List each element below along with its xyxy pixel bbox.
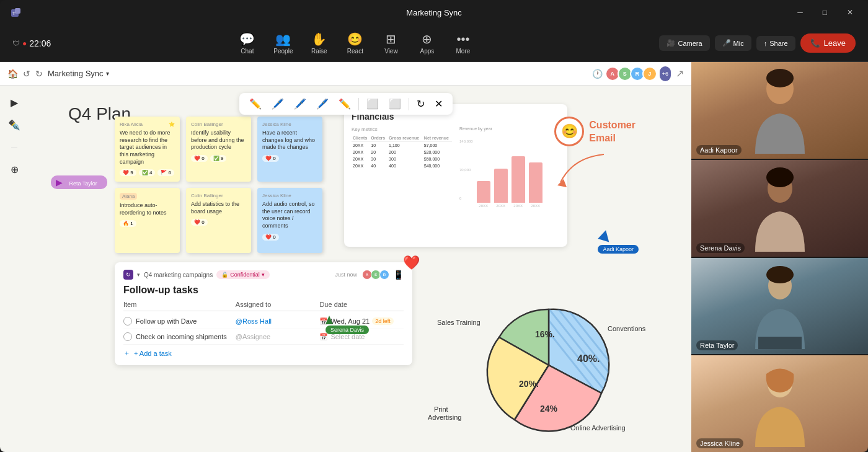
eraser2-tool[interactable]: ⬜ xyxy=(386,97,404,111)
apps-button[interactable]: ⊕ Apps xyxy=(412,29,443,57)
people-icon: 👥 xyxy=(275,32,291,47)
reaction-4: 🔥 1 xyxy=(120,220,136,227)
refresh-icon[interactable]: ↻ xyxy=(414,97,427,111)
yellow-pen-tool[interactable]: ✏️ xyxy=(336,97,353,111)
card-avatar-3: R xyxy=(379,270,389,280)
view-button[interactable]: ⊞ View xyxy=(376,29,407,57)
aadi-cursor: Aadi Kapoor xyxy=(598,231,639,254)
people-button[interactable]: 👥 People xyxy=(268,29,299,57)
due-badge-1: 2d left xyxy=(372,317,394,325)
title-bar-controls: ─ □ ✕ xyxy=(792,6,858,19)
pen-tool[interactable]: 🖊️ xyxy=(269,97,286,111)
undo-icon[interactable]: ↺ xyxy=(23,69,30,79)
select-tool[interactable]: ▶ xyxy=(5,93,24,112)
view-icon: ⊞ xyxy=(386,32,396,47)
close-drawing-toolbar-icon[interactable]: ✕ xyxy=(432,97,445,111)
annotation-arrow-svg xyxy=(554,151,616,188)
video-tile-jessica: Jessica Kline xyxy=(691,355,868,452)
add-tool[interactable]: ⊕ xyxy=(5,160,24,179)
task-checkbox-2[interactable] xyxy=(123,332,132,341)
share-button[interactable]: ↑ Share xyxy=(756,36,795,51)
customer-email-annotation: 😊 CustomerEmail xyxy=(554,117,636,191)
reaction-2: ❤️ 0 xyxy=(191,155,208,162)
react-button[interactable]: 😊 React xyxy=(340,29,371,57)
chart-y-axis: 140,000 70,000 0 xyxy=(459,140,474,208)
reta-video-bg xyxy=(691,258,868,355)
svg-text:T: T xyxy=(12,11,16,16)
pencil-tool[interactable]: ✏️ xyxy=(247,97,264,111)
svg-text:Online Advertising: Online Advertising xyxy=(570,424,626,432)
drawing-toolbar: ✏️ 🖊️ 🖊️ 🖊️ ✏️ ⬜ ⬜ ↻ ✕ xyxy=(239,93,453,115)
col-item-header: Item xyxy=(123,301,236,308)
sticky-note-2: Colin Ballinger Identify usability befor… xyxy=(186,117,251,182)
aadi-cursor-label: Aadi Kapoor xyxy=(598,245,639,254)
note-body-1: We need to do more research to find the … xyxy=(120,130,175,166)
customer-email-text: CustomerEmail xyxy=(589,119,636,145)
bar-1 xyxy=(477,181,490,203)
serena-cursor: Serena Davis xyxy=(326,316,369,334)
annotation-arrow-container xyxy=(554,151,636,191)
leave-button[interactable]: 📞 Leave xyxy=(800,33,856,53)
aadi-silhouette xyxy=(749,67,811,154)
raise-button[interactable]: ✋ Raise xyxy=(304,29,335,57)
reta-silhouette xyxy=(749,262,811,349)
share-whiteboard-icon[interactable]: ↗ xyxy=(676,68,684,79)
home-icon[interactable]: 🏠 xyxy=(7,69,18,79)
svg-text:Conventions: Conventions xyxy=(608,325,646,332)
main-content: 🏠 ↺ ↻ Marketing Sync ▾ 🕐 A S R J +6 xyxy=(0,62,868,452)
maximize-button[interactable]: □ xyxy=(818,6,832,19)
raise-hand-icon: ✋ xyxy=(311,32,327,47)
bar-4 xyxy=(529,162,542,203)
jessica-silhouette xyxy=(749,360,811,447)
mic-button[interactable]: 🎤 Mic xyxy=(715,35,751,51)
fin-row-1: 20XX101,100$7,000 xyxy=(352,142,452,149)
task-assigned-1[interactable]: @Ross Hall xyxy=(236,317,320,325)
whiteboard-content: Q4 Plan ▶ Reta Taylor Rika Alicia ⭐ We n… xyxy=(0,86,691,452)
participant-avatars: A S R J +6 xyxy=(608,66,671,81)
task-assigned-2[interactable]: @Assignee xyxy=(236,333,320,340)
reaction-check: ✅ 4 xyxy=(139,169,156,176)
highlighter-tool[interactable]: 🖊️ xyxy=(291,97,309,111)
camera-button[interactable]: 🎥 Camera xyxy=(659,35,709,51)
fin-row-2: 20XX20200$20,000 xyxy=(352,149,452,156)
svg-text:24%: 24% xyxy=(540,404,558,414)
loop-dropdown[interactable]: ▾ xyxy=(137,272,140,278)
bar-col-4: 20XX xyxy=(529,162,542,208)
serena-cursor-triangle xyxy=(326,316,333,324)
financials-card: Financials Key metrics Clients Orders Gr… xyxy=(344,104,567,247)
task-checkbox-1[interactable] xyxy=(123,317,132,326)
redo-icon[interactable]: ↻ xyxy=(35,69,43,79)
svg-point-19 xyxy=(766,69,794,87)
marker-tool[interactable]: 🖊️ xyxy=(314,97,331,111)
chat-icon: 💬 xyxy=(239,32,255,47)
react-icon: 😊 xyxy=(347,32,363,47)
close-button[interactable]: ✕ xyxy=(842,6,858,19)
chart-title: Revenue by year xyxy=(459,126,560,131)
aadi-cursor-triangle xyxy=(596,230,609,244)
fin-col-orders: Orders xyxy=(370,135,388,142)
reaction-5: ❤️ 0 xyxy=(191,219,208,226)
serena-silhouette xyxy=(749,165,811,252)
svg-text:Advertising: Advertising xyxy=(428,414,461,421)
minimize-button[interactable]: ─ xyxy=(792,6,808,19)
aadi-name-label: Aadi Kapoor xyxy=(696,145,742,155)
video-tile-aadi: Aadi Kapoor xyxy=(691,62,868,159)
more-button[interactable]: ••• More xyxy=(448,30,479,57)
draw-tool-btn[interactable]: ✒️ xyxy=(5,115,24,134)
note-author-3: Jessica Kline xyxy=(262,122,291,127)
reta-name-tag: Reta Taylor xyxy=(64,179,102,188)
add-task-row[interactable]: ＋ + Add a task xyxy=(123,345,404,358)
fin-col-net: Net revenue xyxy=(423,135,452,142)
phone-icon: 📞 xyxy=(810,38,820,48)
chat-button[interactable]: 💬 Chat xyxy=(232,29,263,57)
fin-row-3: 20XX30300$50,000 xyxy=(352,156,452,162)
card-avatars: A S R xyxy=(363,270,389,280)
reta-name-label: Reta Taylor xyxy=(696,340,738,350)
note-body-2: Identify usability before and during the… xyxy=(191,130,246,151)
eraser-tool[interactable]: ⬜ xyxy=(364,97,381,111)
whiteboard-nav: 🏠 ↺ ↻ Marketing Sync ▾ 🕐 A S R J +6 xyxy=(0,62,691,86)
note-author-2: Colin Ballinger xyxy=(191,122,223,127)
note-author-6: Jessica Kline xyxy=(262,193,291,198)
clock-icon: 🕐 xyxy=(592,69,603,79)
dropdown-icon[interactable]: ▾ xyxy=(106,70,109,77)
